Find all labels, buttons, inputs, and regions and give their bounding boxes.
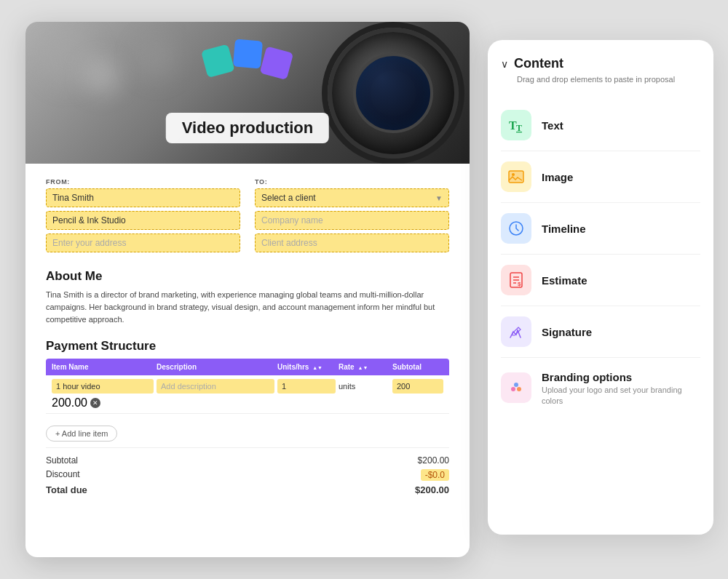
svg-rect-2: [509, 171, 523, 183]
content-item-timeline[interactable]: Timeline: [501, 203, 700, 255]
branding-item-label: Branding options: [542, 371, 700, 383]
row-item-name[interactable]: 1 hour video: [52, 379, 154, 394]
logo-boxes: [203, 44, 292, 71]
logo-box-blue: [233, 39, 263, 68]
panel-subtitle: Drag and drop elements to paste in propo…: [501, 74, 700, 85]
doc-body: FROM: Tina Smith Pencil & Ink Studio Ent…: [25, 164, 470, 557]
payment-heading: Payment Structure: [46, 339, 449, 354]
panel-title: Content: [514, 56, 563, 71]
signature-item-label: Signature: [542, 326, 592, 338]
discount-row: Discount -$0.0: [46, 469, 449, 481]
to-client-placeholder: Select a client: [261, 193, 316, 203]
dropdown-arrow: ▼: [435, 194, 443, 202]
row-description[interactable]: Add description: [157, 379, 274, 394]
total-label: Total due: [46, 484, 87, 495]
timeline-item-label: Timeline: [542, 223, 586, 235]
col-rate: Rate ▲▼: [339, 363, 389, 371]
payment-table: Item Name Description Units/hrs ▲▼ Rate …: [46, 359, 449, 414]
totals-section: Subtotal $200.00 Discount -$0.0 Total du…: [46, 447, 449, 495]
chevron-down-icon[interactable]: ∨: [501, 58, 508, 70]
col-subtotal: Subtotal: [392, 363, 443, 371]
about-heading: About Me: [46, 269, 449, 284]
total-value: $200.00: [415, 484, 449, 495]
scene: Video production FROM: Tina Smith Pencil…: [0, 0, 728, 579]
estimate-item-label: Estimate: [542, 274, 587, 287]
content-item-text[interactable]: T T Text: [501, 100, 700, 151]
right-panel: ∨ Content Drag and drop elements to past…: [488, 40, 713, 535]
subtotal-label: Subtotal: [46, 455, 78, 466]
text-item-label: Text: [542, 119, 563, 132]
from-address-field[interactable]: Enter your address: [46, 233, 240, 252]
hero-section: Video production: [25, 22, 470, 164]
from-label: FROM:: [46, 178, 240, 185]
content-item-signature[interactable]: Signature: [501, 306, 700, 358]
payment-section: Payment Structure Item Name Description …: [46, 339, 449, 495]
image-item-label: Image: [542, 171, 573, 183]
sort-arrows-units: ▲▼: [312, 365, 323, 370]
image-icon: [501, 161, 531, 192]
row-subtotal-value: 200.00: [52, 396, 87, 410]
col-description: Description: [157, 363, 274, 371]
panel-header: ∨ Content: [501, 56, 700, 71]
col-item-name: Item Name: [52, 363, 154, 371]
camera-lens: [328, 28, 459, 159]
content-item-image[interactable]: Image: [501, 151, 700, 203]
svg-point-4: [512, 173, 515, 176]
row-subtotal-cell: 200.00 ✕: [52, 396, 154, 410]
hero-title: Video production: [166, 113, 329, 143]
from-column: FROM: Tina Smith Pencil & Ink Studio Ent…: [46, 178, 240, 256]
to-client-field[interactable]: Select a client ▼: [255, 188, 449, 207]
about-section: About Me Tina Smith is a director of bra…: [46, 269, 449, 326]
from-to-section: FROM: Tina Smith Pencil & Ink Studio Ent…: [46, 178, 449, 256]
discount-value: -$0.0: [421, 469, 449, 481]
svg-text:T: T: [516, 123, 522, 133]
to-label: TO:: [255, 178, 449, 185]
delete-row-button[interactable]: ✕: [90, 398, 100, 408]
about-text: Tina Smith is a director of brand market…: [46, 289, 449, 326]
content-item-branding[interactable]: Branding options Upload your logo and se…: [501, 358, 700, 417]
svg-point-11: [511, 387, 515, 391]
to-address-field[interactable]: Client address: [255, 233, 449, 252]
table-row: 1 hour video Add description 1 units 200…: [46, 375, 449, 414]
document-panel: Video production FROM: Tina Smith Pencil…: [25, 22, 470, 557]
timeline-icon: [501, 213, 531, 244]
content-item-estimate[interactable]: $ Estimate: [501, 255, 700, 306]
subtotal-row: Subtotal $200.00: [46, 455, 449, 466]
to-column: TO: Select a client ▼ Company name Clien…: [255, 178, 449, 256]
estimate-icon: $: [501, 265, 531, 295]
svg-point-13: [514, 383, 518, 387]
table-header: Item Name Description Units/hrs ▲▼ Rate …: [46, 359, 449, 375]
signature-icon: [501, 316, 531, 347]
branding-text: Branding options Upload your logo and se…: [542, 371, 700, 407]
logo-box-purple: [260, 46, 294, 80]
svg-text:$: $: [518, 281, 521, 287]
subtotal-value: $200.00: [418, 455, 449, 466]
row-rate[interactable]: 200: [392, 379, 443, 394]
to-company-field[interactable]: Company name: [255, 211, 449, 230]
row-units[interactable]: 1: [277, 379, 336, 394]
discount-label: Discount: [46, 469, 80, 481]
row-unit-label: units: [339, 380, 389, 392]
from-company-field[interactable]: Pencil & Ink Studio: [46, 211, 240, 230]
add-line-button[interactable]: + Add line item: [46, 426, 117, 442]
sort-arrows-rate: ▲▼: [357, 365, 368, 370]
branding-icon: [501, 372, 531, 403]
from-name-field[interactable]: Tina Smith: [46, 188, 240, 207]
col-units: Units/hrs ▲▼: [277, 363, 336, 371]
branding-item-desc: Upload your logo and set your branding c…: [542, 385, 700, 407]
total-row: Total due $200.00: [46, 484, 449, 495]
svg-point-12: [517, 387, 521, 391]
text-icon: T T: [501, 110, 531, 140]
logo-box-teal: [201, 44, 235, 79]
